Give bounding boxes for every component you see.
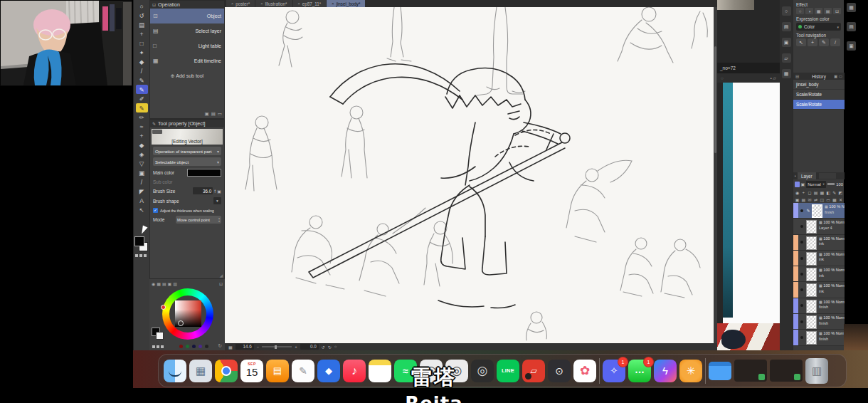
tab-poster[interactable]: poster* bbox=[226, 0, 255, 7]
layer-color-tag[interactable] bbox=[793, 298, 798, 313]
visibility-eye-icon[interactable] bbox=[798, 251, 805, 266]
visibility-eye-icon[interactable] bbox=[798, 266, 805, 281]
layer-panel-icon[interactable]: ✕ bbox=[838, 197, 843, 202]
color-set-tab-icon[interactable]: ▦ bbox=[157, 281, 161, 286]
correct-line-tool[interactable]: ◤ bbox=[136, 187, 148, 196]
airbrush-tool[interactable]: ✐ bbox=[136, 94, 148, 103]
adjust-thickness-row[interactable]: Adjust the thickness when scaling bbox=[153, 208, 221, 213]
combine-mode-icon[interactable]: ▣ bbox=[801, 182, 805, 187]
layer-color-tag[interactable] bbox=[793, 235, 798, 250]
brush-tool[interactable]: ✎ bbox=[136, 85, 148, 94]
hue-selector[interactable] bbox=[161, 305, 166, 310]
history-item[interactable]: Scale/Rotate bbox=[793, 90, 845, 100]
history-item[interactable]: jinsei_body bbox=[793, 80, 845, 90]
layer-row[interactable]: ✎ ▦ 100 % Normal finish bbox=[793, 330, 845, 345]
reset-view-icon[interactable]: ○ bbox=[334, 345, 337, 349]
visibility-eye-icon[interactable] bbox=[798, 330, 805, 345]
folder-icon[interactable]: ▪ ▱ bbox=[771, 75, 776, 80]
rotate-right-icon[interactable]: ↻ bbox=[328, 345, 332, 350]
figure-tool[interactable]: ▽ bbox=[136, 159, 148, 168]
visibility-eye-icon[interactable] bbox=[798, 235, 805, 250]
zoom-slider[interactable] bbox=[262, 346, 292, 347]
recent-color-dots[interactable] bbox=[179, 345, 208, 348]
add-sub-tool-button[interactable]: ⊕ Add sub tool bbox=[150, 73, 224, 79]
visibility-eye-icon[interactable] bbox=[798, 282, 805, 297]
lines-icon[interactable]: ▤ bbox=[824, 8, 832, 14]
rotate-left-icon[interactable]: ↺ bbox=[322, 345, 325, 350]
layer-panel-icon[interactable]: ▦ bbox=[832, 197, 837, 202]
layer-panel-icon[interactable]: ▦ bbox=[782, 69, 791, 78]
refresh-icon[interactable]: ↻ bbox=[218, 343, 222, 349]
halftone-icon[interactable]: ◑ bbox=[805, 8, 813, 14]
layer-panel-icon[interactable]: ◧ bbox=[825, 189, 830, 195]
zoom-out-icon[interactable]: − bbox=[257, 345, 260, 349]
layer-color-tag[interactable] bbox=[793, 266, 798, 281]
inactive-layer-tab[interactable] bbox=[819, 173, 836, 179]
main-color-value-swatch[interactable] bbox=[187, 169, 221, 177]
layer-thumbnail[interactable] bbox=[806, 283, 817, 297]
line-tool[interactable]: / bbox=[136, 66, 148, 75]
collapsed-panel-icon-1[interactable]: ▦ bbox=[847, 3, 856, 12]
layer-row[interactable]: ✎ ▦ 100 % Normal ink bbox=[793, 235, 845, 251]
subtool-select-layer[interactable]: ▤ Select layer bbox=[150, 23, 224, 38]
layer-panel-icon[interactable]: ▣ bbox=[795, 197, 800, 202]
layer-panel-icon[interactable]: ◻ bbox=[807, 189, 812, 195]
layer-color-tag[interactable] bbox=[793, 282, 798, 297]
delete-subtool-icon[interactable]: ▭ bbox=[218, 111, 222, 117]
approx-color-tab-icon[interactable]: ▣ bbox=[168, 281, 172, 286]
auto-select-tool[interactable]: ✦ bbox=[136, 48, 148, 57]
collapsed-panel-icon-2[interactable]: ▤ bbox=[847, 22, 856, 31]
layer-panel-icon[interactable]: + bbox=[801, 189, 806, 195]
panel-menu-icon[interactable]: ⊡ bbox=[219, 281, 223, 286]
mode-dropdown[interactable]: Move control point ▴▾ bbox=[176, 216, 221, 224]
layer-color-icon[interactable] bbox=[795, 182, 800, 187]
canvas[interactable] bbox=[225, 7, 714, 343]
wheel-sub-color[interactable] bbox=[156, 332, 164, 340]
main-color-swatch[interactable] bbox=[134, 236, 144, 246]
zoom-value[interactable]: 14.6 bbox=[235, 344, 254, 350]
marker-tool[interactable]: ✎ bbox=[136, 103, 148, 112]
move-tool[interactable]: + bbox=[136, 29, 148, 38]
subtool-object[interactable]: ⊡ Object bbox=[150, 9, 224, 23]
checkbox-checked-icon[interactable] bbox=[153, 208, 158, 213]
tone-icon[interactable]: ○ bbox=[796, 8, 804, 14]
brush-size-value[interactable]: 36.0 bbox=[193, 187, 213, 194]
rotation-value[interactable]: 0.0 bbox=[300, 344, 319, 350]
duplicate-subtool-icon[interactable]: ▤ bbox=[211, 111, 216, 117]
layer-panel-icon[interactable]: ⇄ bbox=[813, 197, 818, 202]
rotate-canvas-tool[interactable]: ↺ bbox=[136, 11, 148, 20]
main-color-swatches[interactable] bbox=[133, 235, 149, 253]
visibility-eye-icon[interactable] bbox=[798, 298, 805, 313]
frame-border-tool[interactable]: ▣ bbox=[136, 168, 148, 177]
layer-thumbnail[interactable] bbox=[806, 252, 817, 266]
layer-thumbnail[interactable] bbox=[806, 315, 817, 329]
zoom-tool[interactable]: ○ bbox=[136, 1, 148, 11]
opacity-value[interactable]: 100 bbox=[836, 182, 843, 187]
brush-shape-expand-button[interactable]: ▾ bbox=[213, 197, 221, 204]
layer-thumbnail[interactable] bbox=[806, 220, 817, 234]
sv-selector[interactable] bbox=[178, 320, 184, 326]
layer-row[interactable]: ✎ ▦ 100 % Normal finish bbox=[793, 314, 845, 330]
layer-thumbnail[interactable] bbox=[812, 204, 822, 218]
history-item[interactable]: Scale/Rotate bbox=[793, 100, 845, 110]
color-history-tab-icon[interactable]: ▥ bbox=[173, 281, 177, 286]
material-panel-icon[interactable]: ▱ bbox=[782, 53, 791, 63]
transparent-part-dropdown[interactable]: Operation of transparent part bbox=[153, 147, 221, 155]
layer-thumbnail[interactable] bbox=[806, 331, 817, 345]
visibility-eye-icon[interactable] bbox=[798, 219, 805, 234]
move-nav-icon[interactable]: + bbox=[808, 38, 817, 46]
tab-jinsei-body[interactable]: jinsei_body* bbox=[327, 0, 365, 7]
layer-thumbnail[interactable] bbox=[806, 236, 817, 250]
lock-icon[interactable]: ▣ bbox=[217, 189, 221, 194]
blend-tool[interactable]: ≈ bbox=[136, 122, 148, 131]
visibility-eye-icon[interactable] bbox=[798, 203, 805, 218]
layer-color-tag[interactable] bbox=[793, 251, 798, 266]
layer-color-tag[interactable] bbox=[793, 219, 798, 234]
pen-nav-icon[interactable]: / bbox=[830, 38, 840, 46]
visibility-eye-icon[interactable] bbox=[798, 314, 805, 329]
subtool-edit-timeline[interactable]: ▦ Edit timeline bbox=[150, 53, 224, 68]
layer-color-tag[interactable] bbox=[793, 330, 798, 345]
layer-row[interactable]: ✎ ▦ 100 % Normal ink bbox=[793, 251, 845, 266]
text-tool[interactable]: A bbox=[136, 196, 148, 205]
watercolor-tool[interactable]: ✏ bbox=[136, 112, 148, 122]
